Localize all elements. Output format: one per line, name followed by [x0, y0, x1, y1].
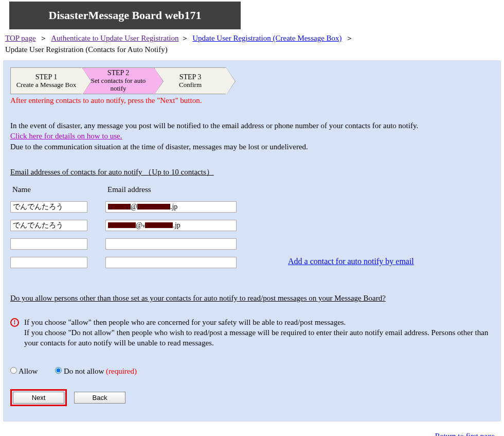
name-column-header: Name	[10, 185, 105, 194]
contacts-table: Name Email address @ .jp @v .jp	[10, 185, 494, 268]
step-num: STEP 2	[107, 69, 130, 77]
info-line-2: If you choose "Do not allow" then people…	[24, 328, 488, 347]
intro-paragraph: In the event of disaster, any message yo…	[10, 120, 494, 152]
main-panel: STEP 1 Create a Message Box STEP 2 Set c…	[3, 60, 501, 422]
breadcrumb-current: Update User Registration (Contacts for A…	[0, 45, 504, 58]
info-block: ! If you choose "allow" then people who …	[10, 317, 494, 348]
breadcrumb-sep: ＞	[346, 34, 353, 42]
contact-email-input[interactable]	[105, 257, 237, 268]
add-contact-link[interactable]: Add a contact for auto notify by email	[288, 257, 414, 268]
step-label: Create a Message Box	[16, 81, 77, 89]
contact-name-input[interactable]	[10, 201, 87, 213]
breadcrumb-top[interactable]: TOP page	[5, 34, 36, 42]
required-label: (required)	[106, 367, 137, 375]
deny-radio[interactable]	[55, 367, 62, 374]
info-line-1: If you choose "allow" then people who ar…	[24, 318, 346, 326]
step-num: STEP 3	[179, 73, 202, 81]
redacted-segment	[108, 222, 136, 228]
breadcrumb-sep: ＞	[181, 34, 189, 42]
contact-name-input[interactable]	[10, 238, 87, 250]
breadcrumb-auth[interactable]: Authenticate to Update User Registration	[51, 34, 178, 42]
step-3: STEP 3 Confirm	[154, 67, 226, 94]
breadcrumb-sep: ＞	[40, 34, 47, 42]
allow-radio[interactable]	[10, 367, 17, 374]
email-section-heading: Email addresses of contacts for auto not…	[10, 167, 494, 177]
contact-row	[10, 238, 494, 250]
step-2: STEP 2 Set contacts for auto notify	[82, 67, 154, 94]
return-link-wrap: Return to first page	[0, 422, 504, 437]
deny-label: Do not allow	[64, 367, 104, 375]
contact-name-input[interactable]	[10, 220, 87, 231]
contact-row: @ .jp	[10, 201, 494, 213]
allow-option[interactable]: Allow	[10, 367, 40, 375]
next-button-highlight: Next	[10, 389, 67, 406]
contact-email-display: @v .jp	[105, 220, 237, 231]
step-1: STEP 1 Create a Message Box	[10, 67, 82, 94]
next-button[interactable]: Next	[13, 392, 64, 404]
breadcrumb: TOP page ＞ Authenticate to Update User R…	[0, 29, 504, 45]
deny-option[interactable]: Do not allow (required)	[55, 367, 137, 375]
back-button[interactable]: Back	[74, 392, 125, 404]
step-label: Confirm	[179, 81, 202, 89]
redacted-segment	[108, 204, 131, 210]
contact-row: @v .jp	[10, 220, 494, 231]
contact-name-input[interactable]	[10, 257, 87, 268]
email-at: @	[131, 203, 137, 211]
contact-row	[10, 257, 237, 268]
howto-link[interactable]: Click here for details on how to use.	[10, 132, 122, 140]
intro-line-2: Due to the communication situation at th…	[10, 143, 308, 151]
header-title: DisasterMessage Board web171	[9, 2, 241, 29]
allow-label: Allow	[19, 367, 38, 375]
step-label: Set contacts for auto notify	[83, 77, 154, 93]
email-domain: .jp	[173, 221, 180, 230]
email-column-header: Email address	[105, 185, 239, 194]
allow-question: Do you allow persons other than those se…	[10, 294, 494, 303]
redacted-segment	[145, 222, 173, 228]
contact-email-display: @ .jp	[105, 201, 237, 213]
email-domain: .jp	[170, 203, 177, 211]
instruction-red: After entering contacts to auto notify, …	[10, 96, 494, 105]
allow-radio-group: Allow Do not allow (required)	[10, 367, 494, 376]
step-num: STEP 1	[35, 73, 58, 81]
warning-icon: !	[10, 318, 19, 327]
step-indicator: STEP 1 Create a Message Box STEP 2 Set c…	[10, 67, 494, 94]
button-row: Next Back	[10, 389, 494, 406]
redacted-segment	[137, 204, 170, 210]
intro-line-1: In the event of disaster, any message yo…	[10, 121, 418, 130]
breadcrumb-update[interactable]: Update User Registration (Create Message…	[192, 34, 341, 42]
contact-email-input[interactable]	[105, 238, 237, 250]
return-first-page-link[interactable]: Return to first page	[435, 432, 495, 437]
email-at: @	[136, 221, 142, 230]
